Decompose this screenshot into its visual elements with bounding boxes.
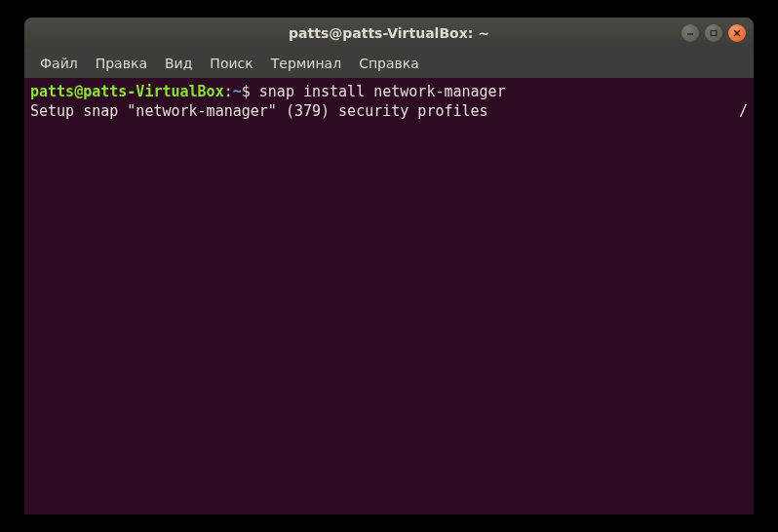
svg-rect-1 — [711, 31, 717, 36]
window-title: patts@patts-VirtualBox: ~ — [34, 25, 744, 41]
prompt-user-host: patts@patts-VirtualBox — [30, 83, 224, 100]
minimize-icon — [685, 28, 695, 38]
menu-help[interactable]: Справка — [351, 52, 427, 75]
menu-file[interactable]: Файл — [32, 52, 86, 75]
titlebar: patts@patts-VirtualBox: ~ — [24, 18, 754, 49]
terminal-window: patts@patts-VirtualBox: ~ Файл Правка Ви… — [24, 18, 754, 514]
spinner-icon: / — [739, 101, 748, 121]
close-icon — [732, 28, 742, 38]
prompt-path: ~ — [233, 83, 242, 100]
prompt-dollar: $ — [242, 83, 251, 100]
menu-view[interactable]: Вид — [157, 52, 200, 75]
command-line: patts@patts-VirtualBox:~$ snap install n… — [30, 82, 748, 101]
close-button[interactable] — [728, 24, 746, 42]
prompt-colon: : — [224, 83, 233, 100]
output-line: Setup snap "network-manager" (379) secur… — [30, 101, 748, 121]
window-controls — [681, 24, 746, 42]
menu-edit[interactable]: Правка — [88, 52, 155, 75]
maximize-icon — [709, 28, 719, 38]
minimize-button[interactable] — [681, 24, 699, 42]
menu-search[interactable]: Поиск — [202, 52, 260, 75]
terminal-body[interactable]: patts@patts-VirtualBox:~$ snap install n… — [24, 78, 754, 514]
output-text: Setup snap "network-manager" (379) secur… — [30, 101, 488, 121]
menubar: Файл Правка Вид Поиск Терминал Справка — [24, 49, 754, 78]
maximize-button[interactable] — [705, 24, 722, 42]
menu-terminal[interactable]: Терминал — [263, 52, 349, 75]
command-text: snap install network-manager — [259, 83, 506, 100]
